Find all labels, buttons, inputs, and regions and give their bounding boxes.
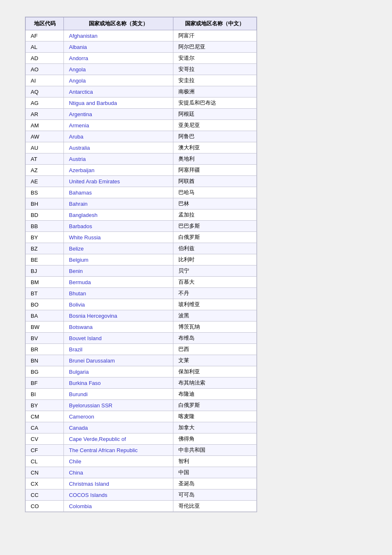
cell-english-name: The Central African Republic <box>64 445 173 456</box>
cell-chinese-name: 加拿大 <box>173 422 256 433</box>
table-row: BABosnia Hercegovina波黑 <box>26 310 257 321</box>
cell-code: CA <box>26 422 64 433</box>
table-row: BBBarbados巴巴多斯 <box>26 221 257 232</box>
table-row: BZBelize伯利兹 <box>26 243 257 254</box>
cell-code: BJ <box>26 265 64 277</box>
table-row: AQAntarctica南极洲 <box>26 86 257 97</box>
cell-code: CM <box>26 411 64 422</box>
cell-code: BI <box>26 389 64 400</box>
table-row: ARArgentina阿根廷 <box>26 109 257 120</box>
cell-code: BA <box>26 310 64 321</box>
table-row: BMBermuda百慕大 <box>26 277 257 288</box>
cell-english-name: Austria <box>64 153 173 165</box>
cell-english-name: Botswana <box>64 321 173 333</box>
cell-code: AU <box>26 142 64 153</box>
cell-code: BE <box>26 254 64 265</box>
cell-code: BW <box>26 321 64 333</box>
cell-english-name: Armenia <box>64 120 173 131</box>
cell-code: CN <box>26 467 64 478</box>
cell-code: CX <box>26 478 64 489</box>
cell-chinese-name: 阿尔巴尼亚 <box>173 41 256 53</box>
cell-code: BV <box>26 333 64 344</box>
table-row: BJBenin贝宁 <box>26 265 257 277</box>
cell-code: CO <box>26 501 64 512</box>
cell-chinese-name: 博茨瓦纳 <box>173 321 256 333</box>
cell-chinese-name: 阿根廷 <box>173 109 256 120</box>
table-row: ADAndorra安道尔 <box>26 53 257 64</box>
cell-english-name: Angola <box>64 75 173 86</box>
cell-code: AE <box>26 176 64 187</box>
cell-chinese-name: 比利时 <box>173 254 256 265</box>
header-english-name: 国家或地区名称（英文） <box>64 17 173 30</box>
table-row: COColombia哥伦比亚 <box>26 501 257 512</box>
table-row: CACanada加拿大 <box>26 422 257 433</box>
table-row: AIAngola安圭拉 <box>26 75 257 86</box>
cell-code: CL <box>26 456 64 467</box>
cell-code: BG <box>26 366 64 377</box>
cell-chinese-name: 可可岛 <box>173 489 256 501</box>
cell-chinese-name: 澳大利亚 <box>173 142 256 153</box>
cell-code: BR <box>26 344 64 355</box>
cell-chinese-name: 布其纳法索 <box>173 377 256 389</box>
table-row: BRBrazil巴西 <box>26 344 257 355</box>
cell-english-name: Colombia <box>64 501 173 512</box>
cell-english-name: Azerbaijan <box>64 165 173 176</box>
cell-code: BO <box>26 299 64 310</box>
cell-chinese-name: 安提瓜和巴布达 <box>173 97 256 109</box>
cell-chinese-name: 百慕大 <box>173 277 256 288</box>
cell-code: AD <box>26 53 64 64</box>
table-row: CLChile智利 <box>26 456 257 467</box>
cell-english-name: Bahrain <box>64 198 173 209</box>
cell-code: BZ <box>26 243 64 254</box>
cell-english-name: Cameroon <box>64 411 173 422</box>
cell-english-name: Bangladesh <box>64 209 173 221</box>
table-row: AZAzerbaijan阿塞拜疆 <box>26 165 257 176</box>
cell-english-name: Benin <box>64 265 173 277</box>
cell-chinese-name: 奥地利 <box>173 153 256 165</box>
cell-chinese-name: 布维岛 <box>173 333 256 344</box>
cell-chinese-name: 南极洲 <box>173 86 256 97</box>
cell-english-name: Chile <box>64 456 173 467</box>
table-row: ATAustria奥地利 <box>26 153 257 165</box>
table-row: CVCape Verde,Republic of佛得角 <box>26 433 257 445</box>
cell-chinese-name: 白俄罗斯 <box>173 232 256 243</box>
cell-english-name: Ntigua and Barbuda <box>64 97 173 109</box>
cell-chinese-name: 哥伦比亚 <box>173 501 256 512</box>
table-row: AUAustralia澳大利亚 <box>26 142 257 153</box>
table-row: CFThe Central African Republic中非共和国 <box>26 445 257 456</box>
table-row: CCCOCOS Islands可可岛 <box>26 489 257 501</box>
table-row: AFAfghanistan阿富汗 <box>26 30 257 41</box>
cell-code: BF <box>26 377 64 389</box>
cell-english-name: Brunei Darussalam <box>64 355 173 366</box>
table-row: CXChristmas Island圣诞岛 <box>26 478 257 489</box>
cell-code: BY <box>26 232 64 243</box>
table-row: BYByelorussian SSR白俄罗斯 <box>26 400 257 411</box>
cell-chinese-name: 中国 <box>173 467 256 478</box>
cell-chinese-name: 孟加拉 <box>173 209 256 221</box>
cell-chinese-name: 文莱 <box>173 355 256 366</box>
cell-english-name: Antarctica <box>64 86 173 97</box>
header-code: 地区代码 <box>26 17 64 30</box>
cell-english-name: Bahamas <box>64 187 173 198</box>
table-header-row: 地区代码 国家或地区名称（英文） 国家或地区名称（中文） <box>26 17 257 30</box>
header-chinese-name: 国家或地区名称（中文） <box>173 17 256 30</box>
table-row: BIBurundi布隆迪 <box>26 389 257 400</box>
table-row: BGBulgaria保加利亚 <box>26 366 257 377</box>
cell-code: AR <box>26 109 64 120</box>
cell-chinese-name: 安圭拉 <box>173 75 256 86</box>
cell-english-name: Barbados <box>64 221 173 232</box>
cell-english-name: COCOS Islands <box>64 489 173 501</box>
cell-code: AI <box>26 75 64 86</box>
cell-chinese-name: 阿联酋 <box>173 176 256 187</box>
country-table: 地区代码 国家或地区名称（英文） 国家或地区名称（中文） AFAfghanist… <box>25 17 257 512</box>
table-row: BTBhutan不丹 <box>26 288 257 299</box>
cell-chinese-name: 波黑 <box>173 310 256 321</box>
cell-english-name: Afghanistan <box>64 30 173 41</box>
cell-code: AO <box>26 64 64 75</box>
cell-english-name: Aruba <box>64 131 173 142</box>
table-row: BYWhite Russia白俄罗斯 <box>26 232 257 243</box>
cell-chinese-name: 亚美尼亚 <box>173 120 256 131</box>
cell-chinese-name: 喀麦隆 <box>173 411 256 422</box>
table-row: BFBurkina Faso布其纳法索 <box>26 377 257 389</box>
table-row: BVBouvet Island布维岛 <box>26 333 257 344</box>
